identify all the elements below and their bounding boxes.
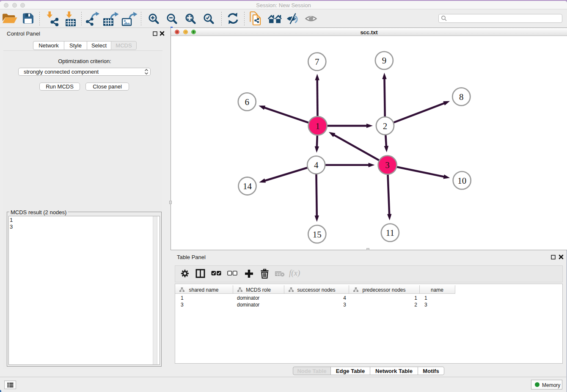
svg-text:3: 3 — [385, 160, 390, 170]
svg-text:10: 10 — [457, 176, 466, 186]
svg-text:6: 6 — [245, 97, 250, 107]
svg-text:15: 15 — [313, 229, 322, 240]
svg-text:2: 2 — [383, 121, 388, 131]
svg-text:8: 8 — [459, 92, 464, 102]
svg-text:14: 14 — [243, 181, 252, 191]
svg-text:9: 9 — [382, 55, 387, 66]
svg-text:7: 7 — [315, 57, 319, 67]
svg-text:11: 11 — [386, 228, 394, 238]
svg-text:4: 4 — [314, 160, 319, 170]
svg-text:1: 1 — [315, 121, 320, 131]
